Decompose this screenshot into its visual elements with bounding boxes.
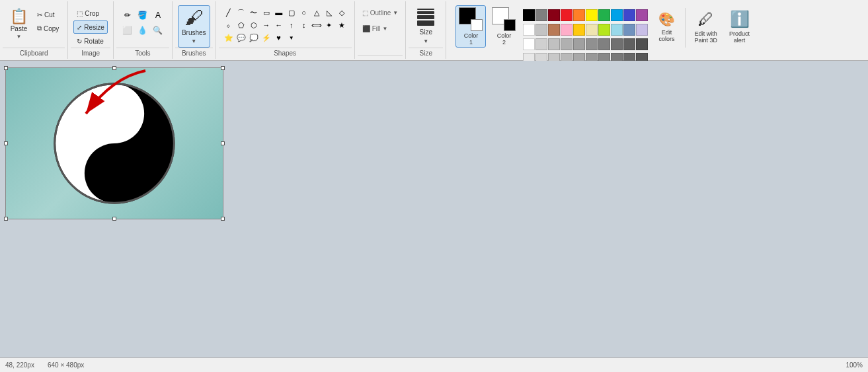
edit-colors-button[interactable]: 🎨 Edit colors (652, 5, 681, 48)
size-label: Size (420, 28, 432, 36)
shape-star4[interactable]: ✦ (323, 19, 335, 31)
brushes-label: Brushes (182, 29, 206, 36)
shape-triangle[interactable]: △ (311, 7, 323, 19)
color-cell[interactable] (623, 24, 635, 36)
shape-star5[interactable]: ★ (336, 19, 348, 31)
shape-freeform[interactable]: 〜 (248, 7, 260, 19)
paste-label: Paste (11, 25, 28, 32)
select-button[interactable]: ⬚ Crop (73, 7, 108, 20)
sel-handle-tl[interactable] (4, 66, 8, 70)
color1-button[interactable]: Color 1 (455, 5, 486, 48)
color-cell[interactable] (586, 24, 598, 36)
shape-right-tri[interactable]: ◺ (323, 7, 335, 19)
shape-heart[interactable]: ♥ (273, 32, 285, 44)
color-cell[interactable] (535, 9, 547, 21)
shape-left-arrow[interactable]: ← (273, 19, 285, 31)
color2-button[interactable]: Color 2 (489, 5, 519, 48)
color-cell[interactable] (535, 24, 547, 36)
color-cell[interactable] (611, 9, 623, 21)
sel-handle-ml[interactable] (4, 141, 8, 145)
color-cell[interactable] (523, 24, 535, 36)
shape-pentagon[interactable]: ⬠ (235, 19, 247, 31)
select-icon: ⬚ (77, 10, 83, 17)
sel-handle-bl[interactable] (4, 217, 8, 221)
fill-tool[interactable]: 🪣 (136, 8, 150, 22)
color-cell[interactable] (573, 24, 585, 36)
eraser-tool[interactable]: ⬜ (120, 23, 135, 38)
color-cell[interactable] (586, 9, 598, 21)
paste-dropdown-arrow: ▼ (17, 34, 22, 40)
shape-rounded-rect[interactable]: ▢ (286, 7, 297, 19)
color-cell[interactable] (535, 38, 547, 50)
color-cell[interactable] (548, 24, 560, 36)
sel-handle-bm[interactable] (112, 217, 116, 221)
shape-down-arrow[interactable]: ⬦ (223, 19, 235, 31)
magnify-tool[interactable]: 🔍 (151, 23, 165, 38)
pencil-tool[interactable]: ✏ (120, 8, 135, 22)
sel-handle-br[interactable] (221, 217, 225, 221)
paste-button[interactable]: 📋 Paste ▼ (5, 5, 32, 44)
color-cell[interactable] (561, 9, 572, 21)
size-button[interactable]: Size ▼ (411, 5, 440, 48)
product-alert-button[interactable]: ℹ️ Product alert (725, 5, 754, 48)
color-cell[interactable] (598, 9, 610, 21)
color-picker-tool[interactable]: 💧 (136, 23, 150, 38)
color-cell[interactable] (561, 24, 572, 36)
shape-rounded[interactable]: ⭐ (223, 32, 235, 44)
brushes-button[interactable]: 🖌 Brushes ▼ (178, 5, 210, 48)
canvas-area[interactable] (0, 61, 868, 357)
shape-balloon[interactable]: 💬 (235, 32, 247, 44)
status-position: 48, 220px (5, 361, 34, 369)
fill-button[interactable]: ⬛ Fill ▼ (359, 21, 402, 36)
color-cell[interactable] (548, 38, 560, 50)
color-cell[interactable] (561, 38, 572, 50)
color-cell[interactable] (523, 38, 535, 50)
brushes-section: 🖌 Brushes ▼ Brushes (173, 1, 216, 59)
sel-handle-mr[interactable] (221, 141, 225, 145)
color-cell[interactable] (573, 9, 585, 21)
color-cell[interactable] (623, 38, 635, 50)
shape-up-arrow[interactable]: ↑ (286, 19, 297, 31)
color-cell[interactable] (611, 24, 623, 36)
rotate-button[interactable]: ↻ Rotate (73, 34, 108, 48)
tools-label: Tools (116, 48, 169, 57)
edit-paint3d-button[interactable]: 🖊 Edit with Paint 3D (690, 5, 722, 48)
color-cell[interactable] (548, 9, 560, 21)
cut-label: Cut (44, 11, 55, 19)
color-cell[interactable] (636, 38, 648, 50)
outline-button[interactable]: ⬚ Outline ▼ (359, 5, 402, 20)
copy-button[interactable]: ⧉ Copy (34, 22, 62, 35)
shape-rect2[interactable]: ▬ (273, 7, 285, 19)
color-cell[interactable] (636, 24, 648, 36)
color-cell[interactable] (623, 9, 635, 21)
tools-section: ✏ 🪣 A ⬜ 💧 🔍 Tools (114, 1, 173, 59)
resize-icon: ⤢ (77, 24, 82, 31)
resize-button[interactable]: ⤢ Resize (73, 20, 108, 34)
color-cell[interactable] (598, 24, 610, 36)
shape-4way2[interactable]: ⟺ (311, 19, 323, 31)
shape-line[interactable]: ╱ (223, 7, 235, 19)
color-cell[interactable] (598, 38, 610, 50)
sel-handle-tm[interactable] (112, 66, 116, 70)
shape-curve[interactable]: ⌒ (235, 7, 247, 19)
canvas-image[interactable] (5, 67, 223, 219)
shape-balloon2[interactable]: 💭 (248, 32, 260, 44)
color-cell[interactable] (611, 38, 623, 50)
shape-hexagon[interactable]: ⬡ (248, 19, 260, 31)
shape-diamond[interactable]: ◇ (336, 7, 348, 19)
yinyang-svg (52, 81, 177, 206)
shape-right-arrow[interactable]: → (260, 19, 272, 31)
shape-ellipse[interactable]: ○ (298, 7, 310, 19)
shape-lightning[interactable]: ⚡ (260, 32, 272, 44)
status-zoom: 100% (846, 361, 863, 369)
sel-handle-tr[interactable] (221, 66, 225, 70)
shape-rect[interactable]: ▭ (260, 7, 272, 19)
shape-4way-arrow[interactable]: ↕ (298, 19, 310, 31)
color-cell[interactable] (573, 38, 585, 50)
text-tool[interactable]: A (151, 8, 165, 22)
shape-more[interactable]: ▼ (286, 32, 297, 44)
color-cell[interactable] (586, 38, 598, 50)
color-cell[interactable] (636, 9, 648, 21)
cut-button[interactable]: ✂ Cut (34, 8, 62, 21)
color-cell[interactable] (523, 9, 535, 21)
